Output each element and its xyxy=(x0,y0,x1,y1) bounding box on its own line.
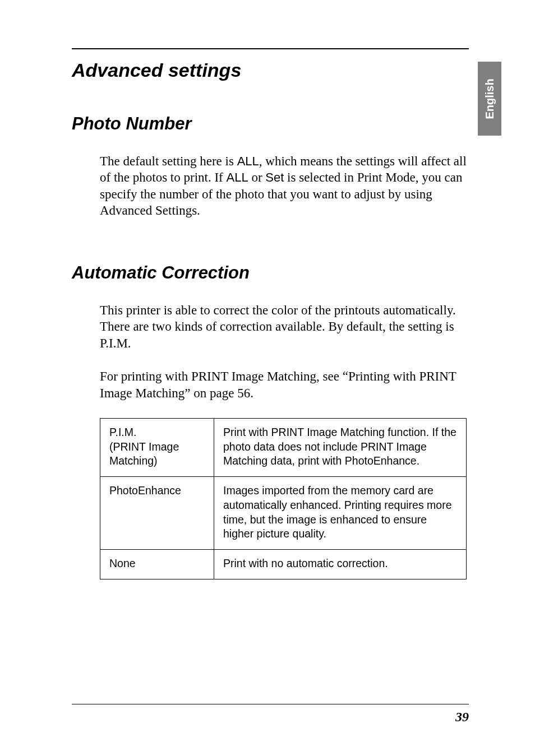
table-cell-term: PhotoEnhance xyxy=(100,477,214,550)
table-cell-desc: Images imported from the memory card are… xyxy=(214,477,467,550)
table-cell-desc: Print with PRINT Image Matching function… xyxy=(214,418,467,476)
text-inline-all: ALL xyxy=(237,154,259,168)
table-cell-desc: Print with no automatic correction. xyxy=(214,550,467,579)
photo-number-paragraph: The default setting here is ALL, which m… xyxy=(100,153,467,219)
table-cell-term: None xyxy=(100,550,214,579)
automatic-correction-paragraph-2: For printing with PRINT Image Matching, … xyxy=(100,368,467,401)
page-number: 39 xyxy=(455,709,469,725)
text-fragment: The default setting here is xyxy=(100,154,237,168)
table-cell-term: P.I.M. (PRINT Image Matching) xyxy=(100,418,214,476)
bottom-horizontal-rule xyxy=(72,704,469,704)
text-inline-set: Set xyxy=(265,170,284,184)
correction-table: P.I.M. (PRINT Image Matching) Print with… xyxy=(100,418,467,579)
text-fragment: or xyxy=(248,170,266,184)
table-row: None Print with no automatic correction. xyxy=(100,550,467,579)
automatic-correction-paragraph-1: This printer is able to correct the colo… xyxy=(100,302,467,351)
heading-advanced-settings: Advanced settings xyxy=(72,59,470,81)
heading-automatic-correction: Automatic Correction xyxy=(72,263,470,283)
heading-photo-number: Photo Number xyxy=(72,114,470,134)
text-inline-all-2: ALL xyxy=(227,170,248,184)
term-line-2: (PRINT Image Matching) xyxy=(109,440,179,467)
section-spacer xyxy=(68,236,470,263)
page: English Advanced settings Photo Number T… xyxy=(0,0,535,756)
term-line-1: P.I.M. xyxy=(109,426,136,438)
table-row: PhotoEnhance Images imported from the me… xyxy=(100,477,467,550)
language-side-tab: English xyxy=(478,62,501,136)
top-horizontal-rule xyxy=(72,48,469,49)
language-side-tab-label: English xyxy=(483,78,496,119)
table-row: P.I.M. (PRINT Image Matching) Print with… xyxy=(100,418,467,476)
